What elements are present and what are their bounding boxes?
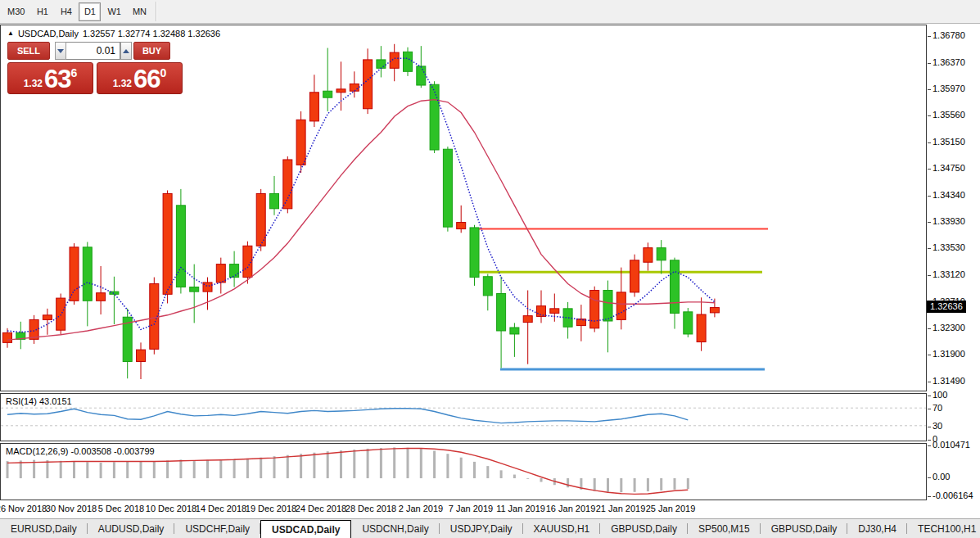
macd-histogram-bar bbox=[260, 458, 262, 478]
candle-body bbox=[590, 291, 599, 328]
chart-tab-usdcad-daily[interactable]: USDCAD,Daily bbox=[260, 520, 351, 538]
candle-body bbox=[497, 294, 506, 331]
macd-histogram-bar bbox=[126, 461, 129, 478]
chart-tab-tech100-h1[interactable]: TECH100,H1 bbox=[907, 519, 980, 538]
timeframe-button-mn[interactable]: MN bbox=[128, 2, 151, 21]
sell-price-big: 63 bbox=[44, 66, 70, 92]
macd-histogram-bar bbox=[313, 453, 315, 478]
chart-tab-gbpusd-daily[interactable]: GBPUSD,Daily bbox=[600, 519, 688, 538]
rsi-tick-label: 30 bbox=[933, 421, 942, 431]
candle-body bbox=[671, 260, 680, 314]
volume-increase-button[interactable] bbox=[120, 42, 132, 60]
timeframe-button-d1[interactable]: D1 bbox=[79, 2, 101, 21]
macd-histogram-bar bbox=[206, 460, 209, 478]
macd-histogram-bar bbox=[513, 475, 516, 478]
candle-body bbox=[523, 316, 532, 323]
macd-histogram-bar bbox=[193, 460, 196, 478]
chart-tab-eurusd-daily[interactable]: EURUSD,Daily bbox=[0, 519, 88, 538]
candle-body bbox=[97, 293, 106, 301]
macd-histogram-bar bbox=[620, 478, 622, 492]
chevron-up-icon bbox=[123, 49, 129, 53]
chart-tab-audusd-daily[interactable]: AUDUSD,Daily bbox=[88, 519, 175, 538]
macd-label: MACD(12,26,9) -0.003508 -0.003799 bbox=[6, 446, 155, 456]
chart-title: ▲ USDCAD,Daily 1.32557 1.32774 1.32488 1… bbox=[7, 29, 220, 38]
price-tick-label: 1.35150 bbox=[933, 137, 965, 147]
macd-histogram-bar bbox=[179, 459, 182, 478]
macd-histogram-bar bbox=[60, 461, 62, 478]
timeframe-toolbar: M30H1H4D1W1MN bbox=[0, 0, 980, 24]
macd-indicator-panel[interactable]: MACD(12,26,9) -0.003508 -0.003799 bbox=[0, 443, 927, 500]
candle-body bbox=[483, 277, 492, 296]
volume-decrease-button[interactable] bbox=[55, 42, 66, 60]
timeframe-button-m30[interactable]: M30 bbox=[2, 2, 29, 21]
collapse-triangle-icon[interactable]: ▲ bbox=[7, 29, 14, 37]
candle-body bbox=[443, 149, 452, 227]
timeframe-button-h1[interactable]: H1 bbox=[31, 2, 53, 21]
price-tick-label: 1.33120 bbox=[933, 269, 965, 279]
candle-body bbox=[470, 228, 479, 278]
macd-histogram-bar bbox=[300, 454, 302, 478]
macd-histogram-bar bbox=[486, 466, 489, 478]
macd-histogram-bar bbox=[340, 450, 342, 478]
candle-body bbox=[657, 248, 666, 260]
chart-tab-gbpusd-daily[interactable]: GBPUSD,Daily bbox=[761, 519, 848, 538]
date-label: 16 Jan 2019 bbox=[546, 504, 596, 513]
date-label: 11 Jan 2019 bbox=[496, 504, 545, 513]
sell-button[interactable]: SELL bbox=[7, 42, 50, 60]
macd-histogram-bar bbox=[607, 478, 609, 492]
macd-histogram-bar bbox=[500, 470, 503, 478]
buy-button[interactable]: BUY bbox=[133, 42, 170, 60]
candle-body bbox=[390, 52, 399, 68]
buy-price-button[interactable]: 1.32 66 0 bbox=[97, 62, 183, 94]
date-label: 14 Dec 2018 bbox=[196, 504, 246, 513]
chart-tab-sp500-m15[interactable]: SP500,M15 bbox=[688, 519, 761, 538]
candle-body bbox=[550, 309, 559, 314]
candle-body bbox=[404, 52, 413, 71]
timeframe-button-w1[interactable]: W1 bbox=[102, 2, 126, 21]
timeframe-button-h4[interactable]: H4 bbox=[55, 2, 77, 21]
macd-histogram-bar bbox=[433, 450, 436, 478]
candle-body bbox=[270, 193, 279, 208]
date-label: 19 Dec 2018 bbox=[246, 504, 296, 513]
candle-body bbox=[603, 291, 612, 321]
rsi-indicator-panel[interactable]: RSI(14) 43.0151 bbox=[0, 393, 927, 441]
chevron-down-icon bbox=[57, 49, 64, 53]
candle-body bbox=[417, 66, 426, 85]
chart-tab-dj30-h4[interactable]: DJ30,H4 bbox=[847, 519, 907, 538]
macd-histogram-bar bbox=[287, 455, 289, 478]
candle-body bbox=[190, 287, 199, 292]
chart-tab-usdcnh-daily[interactable]: USDCNH,Daily bbox=[351, 519, 439, 538]
candle-body bbox=[630, 260, 639, 292]
macd-histogram-bar bbox=[100, 463, 102, 478]
candle-body bbox=[176, 206, 185, 287]
chart-tab-xauusd-h1[interactable]: XAUUSD,H1 bbox=[523, 519, 601, 538]
macd-histogram-bar bbox=[166, 460, 169, 478]
sell-price-button[interactable]: 1.32 63 6 bbox=[7, 62, 93, 94]
price-tick-label: 1.34340 bbox=[933, 190, 965, 200]
chart-tab-usdjpy-daily[interactable]: USDJPY,Daily bbox=[440, 519, 523, 538]
candle-body bbox=[3, 332, 12, 342]
macd-histogram-bar bbox=[526, 478, 529, 479]
candle-body bbox=[576, 319, 585, 326]
candle-body bbox=[364, 60, 373, 109]
chart-tab-usdchf-daily[interactable]: USDCHF,Daily bbox=[174, 519, 260, 538]
date-label: 28 Dec 2018 bbox=[345, 504, 396, 513]
price-axis[interactable]: 1.367801.363701.359701.355601.351501.347… bbox=[927, 25, 980, 518]
date-axis[interactable]: 26 Nov 201830 Nov 20185 Dec 201810 Dec 2… bbox=[0, 501, 927, 518]
candle-body bbox=[537, 306, 546, 317]
price-chart-panel[interactable]: ▲ USDCAD,Daily 1.32557 1.32774 1.32488 1… bbox=[0, 25, 927, 391]
price-tick-label: 1.31490 bbox=[933, 376, 965, 386]
date-label: 30 Nov 2018 bbox=[46, 504, 97, 513]
candle-body bbox=[336, 89, 345, 93]
candle-body bbox=[309, 93, 318, 121]
macd-histogram-bar bbox=[353, 450, 355, 478]
macd-histogram-bar bbox=[153, 462, 156, 478]
candle-body bbox=[563, 309, 572, 327]
candle-body bbox=[256, 193, 265, 246]
volume-input[interactable] bbox=[66, 42, 120, 60]
date-label: 2 Jan 2019 bbox=[399, 504, 443, 513]
macd-histogram-bar bbox=[473, 462, 476, 478]
candle-body bbox=[56, 298, 65, 330]
date-label: 10 Dec 2018 bbox=[146, 504, 196, 513]
price-tick-label: 1.34750 bbox=[933, 163, 965, 173]
